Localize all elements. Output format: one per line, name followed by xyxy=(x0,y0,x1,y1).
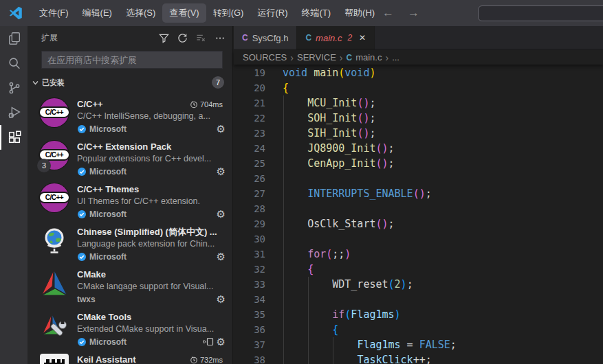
more-actions-icon[interactable] xyxy=(215,33,226,43)
code-line[interactable]: 38 TaskClick++; xyxy=(234,352,603,364)
tab-label: main.c xyxy=(316,33,342,43)
gear-icon[interactable]: ⚙ xyxy=(217,166,226,177)
menu-item[interactable]: 转到(G) xyxy=(206,3,251,23)
gear-icon[interactable]: ⚙ xyxy=(217,209,226,219)
line-number: 24 xyxy=(234,141,265,156)
extension-list-item[interactable]: Keil Assistant732ms xyxy=(28,348,232,364)
menu-item[interactable]: 运行(R) xyxy=(250,3,294,23)
code-line[interactable]: 35 if(Flag1ms) xyxy=(234,307,603,322)
close-icon[interactable]: ✕ xyxy=(359,33,366,43)
extension-publisher: Microsoft xyxy=(89,167,127,177)
code-line[interactable]: 20{ xyxy=(234,80,603,95)
extension-name: CMake Tools xyxy=(77,312,226,322)
run-debug-icon[interactable] xyxy=(0,100,28,125)
code-line[interactable]: 19void main(void) xyxy=(234,65,603,80)
extensions-icon[interactable] xyxy=(0,125,28,150)
breadcrumb-item[interactable]: SERVICE xyxy=(297,52,336,62)
tab-main-c[interactable]: C main.c 2 ✕ xyxy=(297,26,375,49)
code-editor[interactable]: 19void main(void)20{21 MCU_Init();22 SOH… xyxy=(234,65,603,364)
extension-publisher: Microsoft xyxy=(89,252,127,262)
extension-name: CMake xyxy=(77,269,226,280)
line-number: 28 xyxy=(234,201,265,216)
line-number: 25 xyxy=(234,156,265,171)
cpp-extension-icon: C/C++ xyxy=(40,183,69,212)
extension-name: C/C++ Extension Pack xyxy=(77,141,226,152)
title-bar: 文件(F)编辑(E)选择(S)查看(V)转到(G)运行(R)终端(T)帮助(H)… xyxy=(0,0,603,26)
command-center-search[interactable] xyxy=(478,5,603,21)
code-line[interactable]: 29 OsClk_Start(); xyxy=(234,216,603,231)
code-line[interactable]: 22 SOH_Init(); xyxy=(234,111,603,126)
code-line[interactable]: 27 INTERRUPTS_ENABLE(); xyxy=(234,186,603,201)
code-line[interactable]: 37 Flag1ms = FALSE; xyxy=(234,337,603,352)
extension-list-item[interactable]: Chinese (Simplified) (简体中文) ...Language … xyxy=(28,220,232,262)
code-line[interactable]: 25 CenApp_Init(); xyxy=(234,156,603,171)
code-line[interactable]: 21 MCU_Init(); xyxy=(234,95,603,111)
code-line[interactable]: 23 SIH_Init(); xyxy=(234,126,603,141)
extension-list-item[interactable]: CMakeCMake langage support for Visual...… xyxy=(28,262,232,305)
code-line[interactable]: 30 xyxy=(234,231,603,247)
cpp-extension-icon: C/C++ xyxy=(40,98,69,127)
extension-description: Language pack extension for Chin... xyxy=(77,238,226,250)
installed-section-header[interactable]: 已安装 7 xyxy=(28,74,232,91)
gear-icon[interactable]: ⚙ xyxy=(217,294,226,304)
breadcrumb-item[interactable]: ... xyxy=(392,52,399,62)
c-file-icon: C xyxy=(305,33,311,43)
code-line[interactable]: 24 JQ8900_Init(); xyxy=(234,141,603,156)
line-number: 23 xyxy=(234,126,265,141)
extension-description: CMake langage support for Visual... xyxy=(77,280,226,293)
breadcrumb-item[interactable]: main.c xyxy=(355,52,382,62)
breadcrumb-separator-icon: › xyxy=(385,52,388,63)
problems-count-badge: 2 xyxy=(347,33,352,43)
gear-icon[interactable]: ⚙ xyxy=(217,124,226,134)
menu-item[interactable]: 查看(V) xyxy=(162,3,206,23)
extension-name: Chinese (Simplified) (简体中文) ... xyxy=(77,226,226,238)
breadcrumb-item[interactable]: SOURCES xyxy=(243,52,287,62)
line-number: 37 xyxy=(234,337,265,352)
clear-search-results-icon[interactable] xyxy=(196,33,206,43)
gear-icon[interactable]: ⚙ xyxy=(217,251,226,262)
line-number: 32 xyxy=(234,262,265,277)
nav-forward-icon[interactable]: → xyxy=(408,6,419,20)
verified-publisher-icon xyxy=(77,209,87,219)
breadcrumb-separator-icon: › xyxy=(290,52,294,63)
source-control-icon[interactable] xyxy=(0,76,28,100)
clock-icon xyxy=(190,356,198,364)
code-lines: 19void main(void)20{21 MCU_Init();22 SOH… xyxy=(234,65,603,364)
refresh-icon[interactable] xyxy=(177,33,188,43)
menu-item[interactable]: 文件(F) xyxy=(32,3,76,23)
code-line[interactable]: 36 { xyxy=(234,322,603,337)
gear-icon[interactable]: ⚙ xyxy=(217,337,226,347)
breadcrumb: SOURCES›SERVICE›Cmain.c›... xyxy=(234,50,603,65)
menu-item[interactable]: 帮助(H) xyxy=(338,3,382,23)
extension-list-item[interactable]: CMake ToolsExtended CMake support in Vis… xyxy=(28,305,232,348)
menu-item[interactable]: 编辑(E) xyxy=(76,3,119,23)
explorer-icon[interactable] xyxy=(0,26,28,51)
cmake-icon xyxy=(40,269,69,297)
extension-pack-count-badge: 3 xyxy=(37,159,51,172)
sidebar-title: 扩展 xyxy=(41,32,159,44)
code-line[interactable]: 34 xyxy=(234,292,603,307)
line-number: 29 xyxy=(234,216,265,231)
code-line[interactable]: 33 WDT_reset(2); xyxy=(234,277,603,292)
search-icon[interactable] xyxy=(0,51,28,76)
menu-item[interactable]: 选择(S) xyxy=(119,3,162,23)
verified-publisher-icon xyxy=(77,124,87,134)
extension-list-item[interactable]: C/C++C/C++704msC/C++ IntelliSense, debug… xyxy=(28,92,232,135)
code-line[interactable]: 31 for(;;) xyxy=(234,247,603,262)
extension-list-item[interactable]: C/C++C/C++ ThemesUI Themes for C/C++ ext… xyxy=(28,177,232,220)
runtime-status-icon[interactable] xyxy=(202,337,214,346)
extension-name: C/C++ xyxy=(77,99,190,109)
code-line[interactable]: 32 { xyxy=(234,262,603,277)
menu-item[interactable]: 终端(T) xyxy=(294,3,338,23)
extension-description: Popular extensions for C++ devel... xyxy=(77,152,226,165)
extension-search-input[interactable] xyxy=(41,51,223,69)
extension-list-item[interactable]: C/C++3C/C++ Extension PackPopular extens… xyxy=(28,135,232,177)
line-number: 31 xyxy=(234,247,265,262)
nav-back-icon[interactable]: ← xyxy=(382,6,394,20)
tab-bar: C SysCfg.h C main.c 2 ✕ xyxy=(234,26,603,50)
code-line[interactable]: 26 xyxy=(234,171,603,186)
tab-syscfg-h[interactable]: C SysCfg.h xyxy=(234,26,297,49)
verified-publisher-icon xyxy=(77,337,87,347)
code-line[interactable]: 28 xyxy=(234,201,603,216)
filter-icon[interactable] xyxy=(159,33,169,43)
